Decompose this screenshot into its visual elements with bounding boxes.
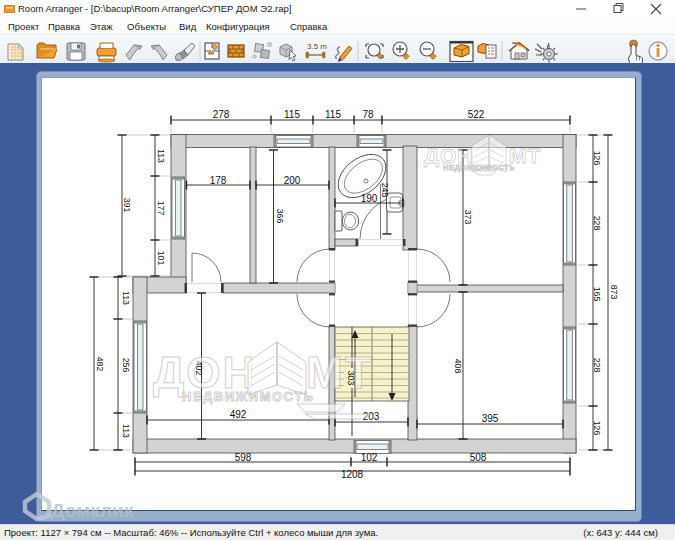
- svg-text:482: 482: [95, 357, 105, 372]
- svg-text:МТ: МТ: [306, 348, 374, 397]
- svg-text:256: 256: [121, 358, 131, 373]
- svg-text:Домклик: Домклик: [51, 500, 134, 521]
- svg-text:200: 200: [284, 175, 301, 186]
- svg-text:177: 177: [156, 201, 166, 216]
- svg-text:522: 522: [468, 109, 485, 120]
- svg-text:508: 508: [470, 452, 487, 463]
- svg-text:126: 126: [592, 421, 602, 436]
- svg-text:178: 178: [210, 175, 227, 186]
- svg-text:391: 391: [122, 198, 132, 213]
- svg-text:373: 373: [463, 210, 473, 225]
- svg-text:278: 278: [213, 109, 230, 120]
- svg-text:492: 492: [230, 409, 247, 420]
- svg-text:НЕДВИЖИМОСТЬ: НЕДВИЖИМОСТЬ: [182, 389, 314, 404]
- svg-text:115: 115: [284, 109, 300, 120]
- svg-text:113: 113: [121, 424, 131, 438]
- svg-text:408: 408: [453, 359, 463, 374]
- svg-text:873: 873: [609, 285, 619, 300]
- svg-text:113: 113: [121, 291, 131, 305]
- svg-text:228: 228: [592, 216, 602, 231]
- svg-text:102: 102: [361, 452, 378, 463]
- svg-text:190: 190: [361, 193, 378, 204]
- svg-text:115: 115: [325, 109, 341, 120]
- svg-text:165: 165: [592, 287, 602, 302]
- svg-text:78: 78: [362, 109, 374, 120]
- svg-text:395: 395: [482, 413, 499, 424]
- svg-text:1208: 1208: [341, 469, 364, 480]
- svg-text:126: 126: [592, 151, 602, 166]
- svg-text:366: 366: [275, 209, 285, 224]
- svg-text:598: 598: [235, 452, 252, 463]
- svg-text:228: 228: [592, 358, 602, 373]
- svg-text:245: 245: [380, 183, 390, 198]
- svg-text:113: 113: [156, 149, 166, 163]
- svg-text:101: 101: [156, 251, 166, 266]
